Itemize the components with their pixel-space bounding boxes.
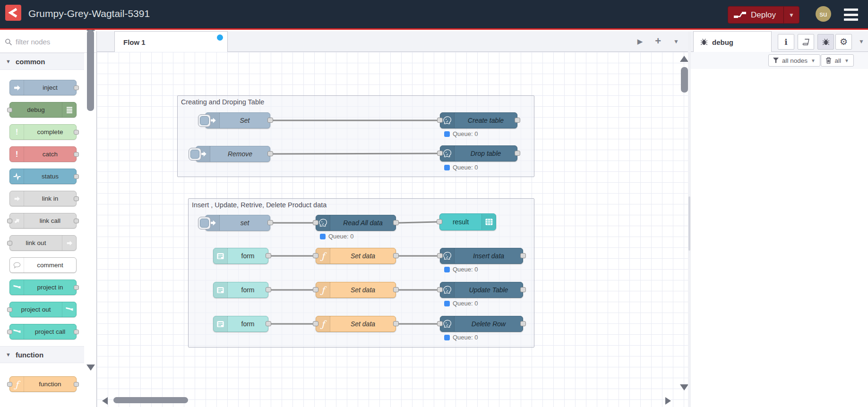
input-port[interactable] <box>437 219 442 224</box>
bug-icon <box>700 38 708 46</box>
tab-debug[interactable]: debug <box>693 31 772 52</box>
form-icon <box>214 248 228 263</box>
chevron-down-icon: ▼ <box>844 58 849 63</box>
canvas-scroll-right[interactable] <box>665 397 671 405</box>
flow-node-postgres-insert-data[interactable]: Insert data <box>440 248 523 264</box>
output-port[interactable] <box>267 220 273 225</box>
flow-node-postgres-read-all-data[interactable]: Read All data <box>316 215 396 231</box>
palette-node-link-in[interactable]: link in <box>9 191 77 206</box>
link-arrow-icon <box>62 236 76 250</box>
input-port[interactable] <box>437 151 443 156</box>
settings-button[interactable]: ⚙ <box>835 34 852 50</box>
help-button[interactable] <box>798 34 814 50</box>
input-port <box>7 219 12 223</box>
wire[interactable] <box>399 222 436 223</box>
flow-node-postgres-delete-row[interactable]: Delete Row <box>440 316 523 332</box>
canvas-scroll-up[interactable] <box>680 56 688 62</box>
input-port[interactable] <box>313 220 318 225</box>
output-port[interactable] <box>266 253 271 258</box>
palette-node-project-out[interactable]: project out <box>9 302 77 317</box>
deploy-options-caret[interactable]: ▼ <box>783 7 799 23</box>
output-port[interactable] <box>267 151 273 156</box>
flow-node-inject-remove[interactable]: Remove <box>196 146 270 162</box>
gear-icon: ⚙ <box>840 36 848 47</box>
inject-button[interactable] <box>189 148 201 161</box>
flow-node-function-set-data-1[interactable]: ƒ Set data <box>316 248 396 264</box>
node-status: Queue: 0 <box>444 164 478 171</box>
wire[interactable] <box>273 153 437 154</box>
flow-node-form-3[interactable]: form <box>213 316 268 332</box>
output-port[interactable] <box>515 118 520 123</box>
palette-node-link-call[interactable]: link call <box>9 213 77 229</box>
next-tab-icon[interactable]: ▶ <box>637 37 643 46</box>
input-port[interactable] <box>437 253 443 258</box>
debug-clear-button[interactable]: all ▼ <box>821 54 854 67</box>
flow-node-inject-set[interactable]: Set <box>205 112 270 128</box>
palette-node-catch[interactable]: ! catch <box>9 146 77 162</box>
flow-node-result[interactable]: result <box>439 213 496 230</box>
output-port[interactable] <box>393 220 399 225</box>
output-port[interactable] <box>520 253 526 258</box>
deploy-button[interactable]: Deploy ▼ <box>728 6 799 24</box>
input-port[interactable] <box>313 253 318 258</box>
inject-button[interactable] <box>198 114 211 127</box>
output-port[interactable] <box>266 321 271 326</box>
book-icon <box>801 38 810 46</box>
flow-node-form-2[interactable]: form <box>213 282 268 298</box>
canvas-vscrollbar-thumb[interactable] <box>681 67 688 93</box>
palette-section-common[interactable]: ▼ common <box>0 53 84 70</box>
output-port[interactable] <box>393 253 399 258</box>
palette-node-complete[interactable]: ! complete <box>9 124 77 140</box>
menu-icon[interactable] <box>844 8 858 21</box>
flow-node-function-set-data-2[interactable]: ƒ Set data <box>316 282 396 298</box>
info-button[interactable]: i <box>778 34 794 50</box>
palette-scroll-down[interactable] <box>86 365 95 371</box>
tab-flow-1[interactable]: Flow 1 <box>114 31 228 52</box>
flow-node-postgres-create-table[interactable]: Create table <box>440 112 517 128</box>
output-port[interactable] <box>393 287 399 292</box>
flow-node-postgres-drop-table[interactable]: Drop table <box>440 145 517 161</box>
avatar[interactable]: su <box>816 6 831 22</box>
flow-node-form-1[interactable]: form <box>213 248 268 264</box>
input-port[interactable] <box>437 118 443 123</box>
chevron-down-icon: ▼ <box>811 58 816 63</box>
output-port[interactable] <box>267 118 273 123</box>
sidebar-options-caret-icon[interactable]: ▼ <box>859 38 864 45</box>
output-port[interactable] <box>393 321 399 326</box>
inject-button[interactable] <box>198 217 211 229</box>
output-port[interactable] <box>520 321 526 326</box>
output-port[interactable] <box>515 151 520 156</box>
input-port[interactable] <box>313 321 318 326</box>
debug-filter-button[interactable]: all nodes ▼ <box>768 54 820 67</box>
flow-node-inject-set2[interactable]: set <box>205 215 270 231</box>
input-port[interactable] <box>437 287 443 292</box>
debug-button[interactable] <box>817 34 834 50</box>
palette-node-link-out[interactable]: link out <box>9 235 77 251</box>
flow-node-postgres-update-table[interactable]: Update Table <box>440 282 523 298</box>
filter-nodes-input[interactable] <box>16 38 72 46</box>
output-port[interactable] <box>266 287 271 292</box>
output-port <box>74 285 79 290</box>
palette-node-function[interactable]: ƒ function <box>9 376 77 392</box>
palette-node-inject[interactable]: inject <box>9 80 77 95</box>
palette-node-comment[interactable]: comment <box>9 257 77 273</box>
output-port[interactable] <box>520 287 526 292</box>
palette-section-function[interactable]: ▼ function <box>0 346 84 363</box>
palette-filter[interactable] <box>0 31 96 53</box>
flow-node-function-set-data-3[interactable]: ƒ Set data <box>316 316 396 332</box>
canvas-scroll-left[interactable] <box>102 397 108 405</box>
canvas-hscrollbar-thumb[interactable] <box>113 397 188 403</box>
splitter-thumb[interactable] <box>688 196 690 251</box>
flow-list-caret-icon[interactable]: ▼ <box>673 38 679 45</box>
debug-messages-panel[interactable] <box>691 69 868 407</box>
palette-node-project-in[interactable]: project in <box>9 280 77 295</box>
palette-node-debug[interactable]: debug <box>9 102 77 118</box>
input-port[interactable] <box>437 321 443 326</box>
palette-node-project-call[interactable]: project call <box>9 324 77 339</box>
palette-node-status[interactable]: status <box>9 169 77 184</box>
palette-scrollbar-thumb[interactable] <box>87 30 94 111</box>
input-port[interactable] <box>313 287 318 292</box>
bug-icon <box>822 38 830 46</box>
canvas-scroll-down[interactable] <box>680 384 688 390</box>
add-flow-icon[interactable]: + <box>655 35 661 47</box>
